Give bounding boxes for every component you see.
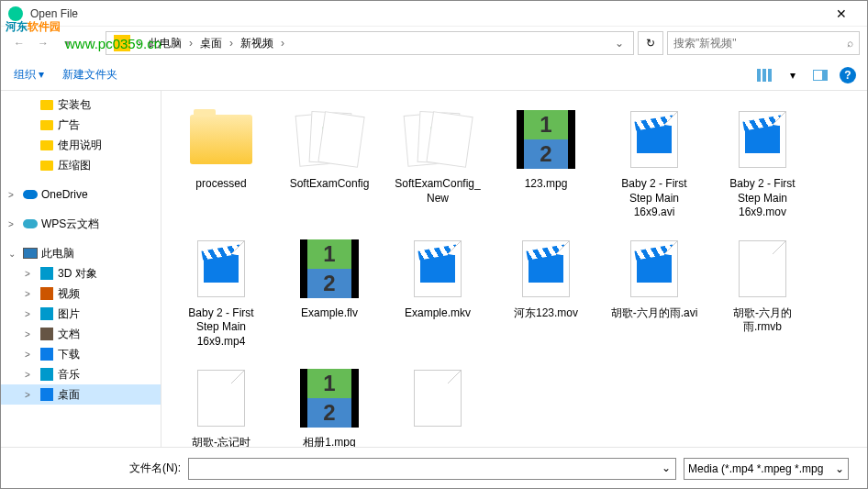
expand-icon[interactable]: > [25, 329, 36, 339]
file-type-filter[interactable]: Media (*.mp4 *.mpeg *.mpg ⌄ [684, 458, 849, 480]
back-button[interactable]: ← [8, 32, 30, 54]
file-thumbnail: 12 [293, 364, 366, 432]
folder-icon [39, 117, 54, 132]
expand-icon[interactable]: > [25, 390, 36, 400]
expand-icon[interactable]: > [8, 190, 19, 200]
expand-icon[interactable]: > [25, 289, 36, 299]
file-item[interactable]: processed [172, 102, 270, 224]
file-item[interactable]: SSoftExamConfig_New [389, 102, 486, 224]
filename-label: 文件名(N): [129, 461, 181, 476]
file-name: 河东123.mov [514, 306, 578, 321]
close-button[interactable]: ✕ [823, 3, 860, 25]
file-thumbnail: 12 [293, 235, 366, 303]
tree-label: 视频 [58, 286, 80, 302]
tree-item[interactable]: 广告 [1, 115, 161, 135]
tree-item[interactable]: >WPS云文档 [1, 214, 161, 234]
file-item[interactable]: Example.mkv [389, 231, 486, 353]
filename-dropdown[interactable]: ⌄ [662, 461, 671, 474]
search-input[interactable] [673, 37, 847, 50]
file-item[interactable]: 胡歌-忘记时间.ape [172, 361, 270, 447]
breadcrumb-item[interactable]: 桌面 [196, 34, 226, 53]
onedrive-icon [23, 187, 38, 202]
breadcrumb-dropdown[interactable]: ⌄ [609, 37, 629, 50]
tree-item[interactable]: >视频 [1, 283, 161, 304]
file-name: SoftExamConfig_New [393, 177, 483, 206]
file-item[interactable]: 12相册1.mpg [281, 361, 378, 447]
tree-item[interactable]: >文档 [1, 324, 161, 344]
tree-label: 下载 [58, 347, 80, 362]
tree-item[interactable]: >桌面 [1, 384, 161, 405]
breadcrumb-bar[interactable]: › 此电脑 › 桌面 › 新视频 › ⌄ [106, 31, 634, 55]
doc-icon [39, 327, 54, 341]
file-item[interactable] [389, 361, 486, 447]
tree-item[interactable]: >音乐 [1, 364, 161, 384]
tree-item[interactable]: ⌄此电脑 [1, 243, 161, 263]
file-item[interactable]: 河东123.mov [497, 231, 595, 353]
tree-item[interactable]: >3D 对象 [1, 263, 161, 283]
expand-icon[interactable]: > [25, 350, 36, 360]
file-item[interactable]: Baby 2 - First Step Main 16x9.mp4 [172, 231, 270, 353]
tree-item[interactable]: >OneDrive [1, 184, 161, 205]
forward-button[interactable]: → [32, 32, 54, 54]
expand-icon[interactable]: > [25, 309, 36, 319]
expand-icon[interactable]: > [25, 370, 36, 380]
file-thumbnail: S [401, 106, 474, 173]
tree-item[interactable]: 使用说明 [1, 135, 161, 155]
tree-item[interactable]: 压缩图 [1, 155, 161, 175]
folder-icon [39, 97, 54, 112]
view-dropdown[interactable]: ▾ [783, 65, 803, 85]
file-item[interactable]: Baby 2 - First Step Main 16x9.mov [714, 102, 811, 224]
breadcrumb-item[interactable]: 新视频 [237, 34, 277, 53]
chevron-right-icon: › [187, 37, 195, 50]
file-thumbnail [726, 235, 799, 303]
file-name: 123.mpg [525, 177, 568, 192]
file-item[interactable]: SSoftExamConfig [281, 102, 378, 224]
music-icon [39, 367, 54, 382]
file-thumbnail [184, 364, 258, 432]
folder-icon [39, 158, 54, 172]
expand-icon[interactable]: > [25, 269, 36, 279]
chevron-down-icon: ⌄ [835, 462, 844, 475]
file-name: 胡歌-忘记时间.ape [176, 436, 266, 447]
pc-icon [23, 246, 38, 261]
file-thumbnail: S [293, 106, 366, 173]
navigation-pane[interactable]: 安装包广告使用说明压缩图>OneDrive>WPS云文档⌄此电脑>3D 对象>视… [1, 91, 161, 447]
titlebar: Open File ✕ [1, 1, 867, 27]
file-thumbnail [726, 106, 799, 173]
tree-item[interactable]: 安装包 [1, 94, 161, 115]
file-thumbnail: 12 [509, 106, 583, 173]
desktop-icon [39, 387, 54, 402]
help-button[interactable]: ? [838, 65, 858, 85]
file-item[interactable]: 胡歌-六月的雨.avi [606, 231, 703, 353]
command-bar: 组织 ▾ 新建文件夹 ▾ ? [1, 60, 867, 91]
organize-button[interactable]: 组织 ▾ [10, 63, 48, 86]
file-list[interactable]: processedSSoftExamConfigSSoftExamConfig_… [161, 91, 867, 447]
watermark-url: www.pc0359.cn [65, 36, 161, 51]
tree-item[interactable]: >下载 [1, 344, 161, 364]
expand-icon[interactable]: > [8, 219, 19, 229]
expand-icon[interactable]: ⌄ [8, 249, 19, 259]
file-item[interactable]: 12123.mpg [497, 102, 595, 224]
new-folder-button[interactable]: 新建文件夹 [59, 63, 121, 86]
file-item[interactable]: 胡歌-六月的雨.rmvb [714, 231, 811, 353]
file-name: 相册1.mpg [303, 436, 355, 447]
view-mode-button[interactable] [755, 65, 775, 85]
tree-item[interactable]: >图片 [1, 304, 161, 324]
file-item[interactable]: 12Example.flv [281, 231, 378, 353]
filter-label: Media (*.mp4 *.mpeg *.mpg [688, 462, 823, 475]
file-thumbnail [618, 235, 691, 303]
file-name: processed [195, 177, 246, 192]
tree-label: 使用说明 [58, 138, 102, 153]
preview-pane-button[interactable] [810, 65, 830, 85]
file-name: 胡歌-六月的雨.rmvb [718, 306, 807, 335]
refresh-button[interactable]: ↻ [638, 31, 663, 55]
file-item[interactable]: Baby 2 - First Step Main 16x9.avi [606, 102, 703, 224]
file-thumbnail [184, 106, 258, 173]
file-name: 胡歌-六月的雨.avi [611, 306, 698, 321]
file-name: Example.mkv [405, 306, 471, 321]
search-box[interactable]: ⌕ [667, 31, 860, 55]
file-name: Example.flv [301, 306, 358, 321]
file-thumbnail [509, 235, 583, 303]
file-name: Baby 2 - First Step Main 16x9.mov [718, 177, 807, 220]
filename-input[interactable] [188, 458, 676, 480]
